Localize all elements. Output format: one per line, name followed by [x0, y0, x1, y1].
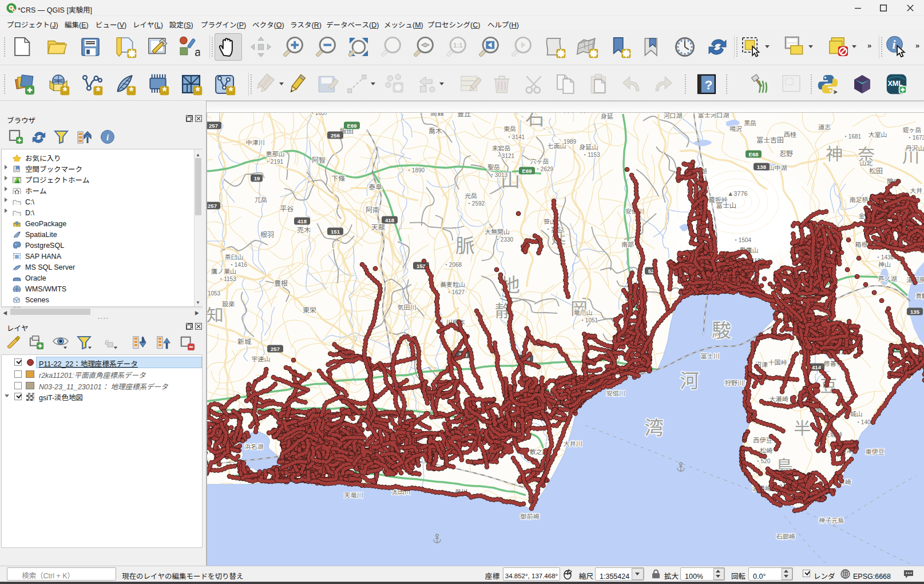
svg-text:平谷: 平谷 — [280, 203, 294, 213]
svg-text:神子元島: 神子元島 — [819, 515, 844, 524]
svg-text:道志: 道志 — [818, 122, 831, 131]
svg-text:南部: 南部 — [621, 239, 634, 248]
svg-text:西桂: 西桂 — [784, 129, 796, 139]
svg-text:新城: 新城 — [237, 336, 251, 346]
svg-text:・2629: ・2629 — [535, 164, 554, 173]
svg-text:真鶴: 真鶴 — [915, 291, 924, 300]
svg-text:257: 257 — [271, 345, 280, 353]
svg-text:石廊崎: 石廊崎 — [776, 531, 796, 540]
svg-text:設楽: 設楽 — [222, 299, 235, 308]
svg-text:浜名湖: 浜名湖 — [245, 441, 264, 451]
svg-text:・1153: ・1153 — [218, 274, 236, 283]
svg-text:南足柄: 南足柄 — [850, 195, 869, 204]
svg-text:418: 418 — [385, 216, 394, 224]
svg-text:E69: E69 — [522, 167, 532, 175]
svg-text:・1153: ・1153 — [582, 150, 600, 159]
svg-text:大室山: 大室山 — [869, 129, 887, 139]
svg-text:中津川: 中津川 — [246, 137, 265, 147]
svg-text:安倍川: 安倍川 — [606, 388, 625, 397]
svg-text:a: a — [195, 43, 200, 58]
svg-text:宇連山: 宇連山 — [252, 354, 271, 363]
svg-text:富士山: 富士山 — [716, 200, 736, 210]
svg-text:138: 138 — [757, 163, 766, 171]
svg-text:売木: 売木 — [297, 224, 311, 234]
svg-text:芦ノ湖: 芦ノ湖 — [878, 274, 897, 283]
svg-text:・1681: ・1681 — [843, 132, 862, 140]
svg-text:*: * — [96, 82, 101, 96]
svg-text:19: 19 — [254, 174, 260, 182]
svg-text:256: 256 — [331, 131, 340, 139]
svg-text:E69: E69 — [347, 121, 357, 129]
svg-text:・1673: ・1673 — [907, 133, 924, 141]
svg-text:・3141: ・3141 — [506, 132, 525, 141]
svg-text:富士川: 富士川 — [701, 351, 720, 360]
svg-text:*: * — [229, 82, 233, 96]
svg-text:駿: 駿 — [712, 315, 731, 343]
svg-text:富士吉田: 富士吉田 — [756, 135, 784, 144]
svg-text:135: 135 — [910, 307, 920, 315]
svg-text:鳴沢: 鳴沢 — [729, 124, 742, 133]
svg-text:418: 418 — [298, 217, 307, 225]
svg-text:十国峠: 十国峠 — [768, 357, 787, 366]
svg-text:1:1: 1:1 — [453, 40, 463, 49]
svg-text:257: 257 — [208, 202, 217, 210]
svg-text:151: 151 — [331, 227, 340, 235]
svg-text:山中湖: 山中湖 — [768, 163, 787, 172]
svg-text:豊根: 豊根 — [274, 278, 288, 287]
svg-text:知: 知 — [207, 301, 224, 326]
svg-text:狩野川: 狩野川 — [725, 378, 744, 387]
svg-text:松田: 松田 — [869, 165, 883, 175]
svg-text:E68: E68 — [749, 150, 759, 158]
svg-text:・1051: ・1051 — [580, 315, 598, 324]
svg-text:東岳: 東岳 — [503, 124, 516, 133]
svg-text:丹沢山: 丹沢山 — [906, 143, 924, 152]
svg-text:*: * — [196, 82, 200, 96]
svg-text:喬木: 喬木 — [429, 125, 442, 135]
svg-text:下條: 下條 — [331, 173, 345, 183]
svg-text:半: 半 — [794, 415, 811, 440]
svg-text:東伊豆: 東伊豆 — [866, 447, 885, 456]
svg-text:松崎: 松崎 — [760, 445, 773, 455]
svg-text:257: 257 — [209, 121, 218, 129]
svg-text:神山: 神山 — [878, 259, 891, 269]
svg-text:気田川: 気田川 — [398, 302, 417, 311]
svg-text:湾: 湾 — [644, 412, 664, 440]
svg-text:脈: 脈 — [455, 230, 475, 258]
svg-text:大井: 大井 — [910, 186, 922, 195]
svg-text:・3013: ・3013 — [489, 170, 508, 179]
svg-text:神: 神 — [826, 140, 843, 165]
svg-text:?: ? — [704, 74, 712, 93]
svg-text:1053: 1053 — [208, 289, 221, 297]
svg-text:・1890: ・1890 — [406, 165, 425, 174]
svg-text:*: * — [129, 82, 134, 96]
svg-text:・2191: ・2191 — [265, 157, 284, 165]
svg-text:*: * — [162, 82, 167, 96]
svg-text:阿南: 阿南 — [366, 204, 379, 214]
svg-text:・1627: ・1627 — [446, 287, 465, 296]
svg-text:兀岳: 兀岳 — [255, 195, 267, 204]
svg-text:東栄: 東栄 — [303, 305, 316, 314]
svg-text:河: 河 — [680, 365, 699, 393]
svg-text:・2330: ・2330 — [495, 235, 514, 243]
svg-text:▲3776: ▲3776 — [727, 188, 747, 198]
svg-text:根羽: 根羽 — [260, 229, 274, 239]
svg-text:・2592: ・2592 — [466, 199, 485, 207]
svg-text:*: * — [63, 82, 68, 96]
svg-text:・2068: ・2068 — [443, 260, 462, 269]
svg-text:i: i — [892, 38, 895, 52]
svg-text:・1504: ・1504 — [733, 235, 752, 244]
svg-text:山: 山 — [501, 165, 520, 193]
svg-text:御前崎: 御前崎 — [520, 511, 540, 520]
svg-text:大井川: 大井川 — [564, 439, 582, 448]
svg-text:泰阜: 泰阜 — [368, 181, 382, 191]
svg-text:忍野: 忍野 — [779, 148, 793, 158]
svg-text:阿智: 阿智 — [312, 155, 326, 164]
svg-text:・3121: ・3121 — [496, 151, 515, 160]
svg-text:黒岳: 黒岳 — [744, 118, 756, 127]
svg-text:天竜川: 天竜川 — [344, 490, 363, 499]
svg-text:七面山: 七面山 — [548, 141, 566, 150]
